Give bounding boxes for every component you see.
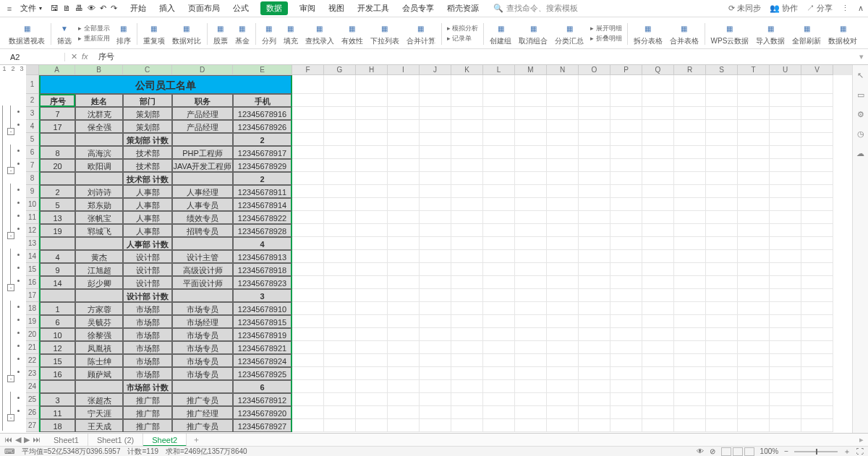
col-header-O[interactable]: O bbox=[579, 65, 610, 75]
cell[interactable]: 王天成 bbox=[75, 419, 123, 432]
cell[interactable] bbox=[515, 185, 547, 198]
cell[interactable] bbox=[738, 380, 770, 393]
cell[interactable] bbox=[292, 159, 324, 172]
row-header[interactable]: 14 bbox=[26, 250, 39, 263]
cell[interactable] bbox=[706, 354, 738, 367]
cell[interactable] bbox=[610, 237, 642, 250]
cell[interactable] bbox=[770, 263, 801, 276]
cell[interactable] bbox=[706, 341, 738, 354]
save-icon[interactable]: 🖫 bbox=[51, 4, 59, 13]
cell[interactable] bbox=[610, 172, 642, 185]
cell[interactable] bbox=[579, 172, 610, 185]
cell[interactable]: 凤胤禛 bbox=[75, 341, 123, 354]
cell[interactable]: JAVA开发工程师 bbox=[172, 159, 233, 172]
cell[interactable] bbox=[770, 276, 801, 289]
cell[interactable]: 12345678914 bbox=[233, 198, 292, 211]
ribbon-导入数据[interactable]: ▦导入数据 bbox=[753, 19, 788, 48]
menu-tab-6[interactable]: 视图 bbox=[327, 1, 346, 15]
cell[interactable] bbox=[801, 107, 833, 120]
cell[interactable] bbox=[483, 159, 515, 172]
cell[interactable] bbox=[801, 94, 833, 107]
cell[interactable] bbox=[324, 107, 356, 120]
cell[interactable] bbox=[324, 263, 356, 276]
col-header-L[interactable]: L bbox=[483, 65, 515, 75]
cell[interactable]: 20 bbox=[39, 159, 75, 172]
cell[interactable] bbox=[770, 172, 801, 185]
cell[interactable] bbox=[420, 172, 451, 185]
cell[interactable] bbox=[706, 146, 738, 159]
cell[interactable] bbox=[579, 146, 610, 159]
cell[interactable] bbox=[451, 380, 483, 393]
cell[interactable] bbox=[738, 172, 770, 185]
cell[interactable]: 产品经理 bbox=[172, 107, 233, 120]
cell[interactable] bbox=[388, 289, 420, 302]
app-menu-icon[interactable]: ≡ bbox=[4, 4, 14, 14]
cell[interactable]: 人事经理 bbox=[172, 185, 233, 198]
cell[interactable] bbox=[515, 75, 547, 94]
cell[interactable] bbox=[547, 224, 579, 237]
cell[interactable] bbox=[610, 263, 642, 276]
ribbon-sub[interactable]: ▸ 记录单 bbox=[447, 34, 479, 43]
col-header-S[interactable]: S bbox=[706, 65, 738, 75]
cell[interactable] bbox=[547, 75, 579, 94]
cell[interactable] bbox=[292, 406, 324, 419]
row-header[interactable]: 22 bbox=[26, 354, 39, 367]
select-all-corner[interactable] bbox=[26, 65, 39, 75]
cell[interactable] bbox=[801, 393, 833, 406]
cell[interactable] bbox=[706, 263, 738, 276]
cell[interactable] bbox=[483, 75, 515, 94]
cell[interactable] bbox=[579, 250, 610, 263]
cell[interactable] bbox=[579, 341, 610, 354]
cell[interactable] bbox=[356, 419, 388, 432]
ribbon-排序[interactable]: ▦排序 bbox=[114, 19, 134, 48]
cell[interactable] bbox=[801, 185, 833, 198]
cell[interactable]: 设计部 计数 bbox=[123, 289, 172, 302]
cell[interactable] bbox=[706, 328, 738, 341]
cell[interactable]: 黄杰 bbox=[75, 250, 123, 263]
cell[interactable] bbox=[610, 250, 642, 263]
cell[interactable] bbox=[642, 133, 674, 146]
cell[interactable]: 12345678916 bbox=[233, 107, 292, 120]
cell[interactable] bbox=[738, 393, 770, 406]
col-header-R[interactable]: R bbox=[674, 65, 706, 75]
cell[interactable] bbox=[292, 419, 324, 432]
row-header[interactable]: 24 bbox=[26, 380, 39, 393]
cell[interactable] bbox=[483, 315, 515, 328]
cell[interactable] bbox=[515, 263, 547, 276]
ribbon-sub[interactable]: ▸ 全部显示 bbox=[78, 24, 110, 33]
cell[interactable]: 刘诗诗 bbox=[75, 185, 123, 198]
cell[interactable] bbox=[292, 315, 324, 328]
cell[interactable] bbox=[770, 250, 801, 263]
cell[interactable] bbox=[515, 302, 547, 315]
cell[interactable] bbox=[515, 393, 547, 406]
cell[interactable] bbox=[292, 146, 324, 159]
cell[interactable] bbox=[324, 276, 356, 289]
cell[interactable] bbox=[610, 289, 642, 302]
cell[interactable]: 技术部 bbox=[123, 146, 172, 159]
cell[interactable]: 16 bbox=[39, 367, 75, 380]
row-header[interactable]: 9 bbox=[26, 185, 39, 198]
cell[interactable] bbox=[674, 276, 706, 289]
cell[interactable]: 市场专员 bbox=[172, 302, 233, 315]
cell[interactable] bbox=[483, 172, 515, 185]
cell[interactable] bbox=[324, 419, 356, 432]
row-header[interactable]: 5 bbox=[26, 133, 39, 146]
cell[interactable]: 5 bbox=[39, 198, 75, 211]
cell[interactable] bbox=[483, 94, 515, 107]
more-icon[interactable]: ⋮ bbox=[841, 4, 849, 13]
cell[interactable] bbox=[515, 172, 547, 185]
cell[interactable]: 技术部 计数 bbox=[123, 172, 172, 185]
cell[interactable] bbox=[547, 133, 579, 146]
cell[interactable] bbox=[388, 315, 420, 328]
cell[interactable] bbox=[642, 120, 674, 133]
cell[interactable] bbox=[483, 367, 515, 380]
cell[interactable] bbox=[610, 198, 642, 211]
select-icon[interactable]: ▭ bbox=[857, 90, 864, 100]
cell[interactable] bbox=[483, 380, 515, 393]
cell[interactable] bbox=[515, 133, 547, 146]
cell[interactable] bbox=[674, 315, 706, 328]
cell[interactable]: 13 bbox=[39, 211, 75, 224]
cell[interactable] bbox=[706, 172, 738, 185]
cell[interactable] bbox=[420, 237, 451, 250]
cell[interactable] bbox=[483, 328, 515, 341]
